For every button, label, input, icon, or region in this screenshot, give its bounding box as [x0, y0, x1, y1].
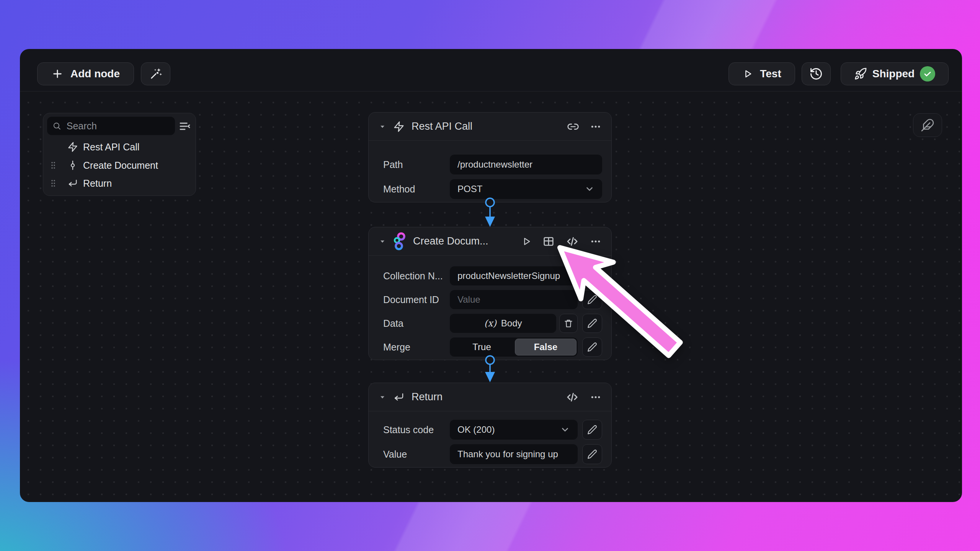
chevron-down-icon — [560, 425, 570, 435]
collection-name-input[interactable]: productNewsletterSignup — [450, 266, 578, 285]
pencil-icon — [587, 271, 597, 281]
node-create-document[interactable]: Create Docum... Collection N... productN… — [368, 227, 612, 360]
field-label: Document ID — [383, 290, 439, 309]
history-icon — [809, 67, 823, 81]
toggle-option-true[interactable]: True — [450, 337, 514, 357]
document-id-input[interactable]: Value — [450, 290, 578, 309]
test-label: Test — [760, 68, 781, 80]
field-label: Merge — [383, 337, 410, 357]
edit-button[interactable] — [582, 290, 602, 309]
workflow-editor-panel: Add node Test Shipped — [20, 49, 962, 502]
merge-toggle: True False — [450, 337, 578, 357]
more-icon[interactable] — [590, 121, 601, 132]
play-icon[interactable] — [521, 236, 532, 247]
chevron-down-icon — [585, 184, 595, 194]
table-icon[interactable] — [542, 235, 555, 248]
pencil-icon — [587, 318, 597, 328]
shipped-button[interactable]: Shipped — [841, 62, 949, 85]
field-label: Data — [383, 314, 403, 333]
status-code-select[interactable]: OK (200) — [450, 420, 578, 440]
pencil-icon — [587, 449, 597, 459]
code-icon[interactable] — [565, 390, 579, 404]
drag-handle-icon[interactable] — [50, 179, 56, 188]
magic-wand-icon — [149, 67, 162, 80]
code-icon[interactable] — [565, 235, 579, 248]
variable-prefix: (x) — [484, 318, 497, 329]
more-icon[interactable] — [590, 391, 601, 403]
field-label: Method — [383, 179, 415, 199]
buildship-logo — [393, 232, 406, 251]
magic-wand-button[interactable] — [141, 62, 170, 85]
add-node-button[interactable]: Add node — [37, 62, 134, 85]
pencil-icon — [587, 295, 597, 305]
zap-icon — [67, 142, 78, 152]
library-item-rest-api-call[interactable]: Rest API Call — [43, 138, 196, 156]
method-select[interactable]: POST — [450, 179, 602, 199]
edit-button[interactable] — [582, 420, 602, 440]
edit-button[interactable] — [582, 337, 602, 357]
library-item-label: Create Document — [83, 160, 158, 171]
node-title: Create Docum... — [413, 235, 488, 247]
node-rest-api-call[interactable]: Rest API Call Path /productnewsletter Me… — [368, 112, 612, 202]
edit-button[interactable] — [582, 266, 602, 285]
add-node-label: Add node — [70, 68, 120, 80]
library-item-label: Return — [83, 178, 112, 189]
library-item-label: Rest API Call — [83, 142, 139, 153]
trash-icon — [564, 318, 573, 328]
chevron-down-icon[interactable] — [379, 393, 386, 401]
history-button[interactable] — [802, 62, 831, 85]
search-input[interactable] — [66, 120, 170, 132]
library-item-create-document[interactable]: Create Document — [43, 156, 196, 174]
feather-icon — [921, 118, 934, 132]
library-item-return[interactable]: Return — [43, 174, 196, 192]
field-label: Value — [383, 444, 407, 464]
play-icon — [742, 68, 753, 79]
delete-button[interactable] — [559, 314, 578, 333]
node-header: Create Docum... — [369, 227, 611, 256]
node-title: Return — [412, 391, 443, 403]
commit-icon — [67, 160, 78, 171]
search-icon — [52, 121, 61, 131]
page: { "toolbar": { "add_node_label": "Add no… — [0, 0, 980, 551]
search-box — [47, 117, 175, 135]
shipped-label: Shipped — [872, 68, 915, 80]
chevron-down-icon[interactable] — [379, 123, 386, 130]
toggle-option-false[interactable]: False — [515, 339, 577, 355]
drag-handle-icon[interactable] — [50, 161, 56, 170]
collapse-panel-icon[interactable] — [179, 120, 191, 132]
test-button[interactable]: Test — [728, 62, 795, 85]
node-title: Rest API Call — [412, 121, 472, 132]
node-header: Rest API Call — [369, 112, 611, 141]
field-label: Path — [383, 155, 403, 174]
edit-button[interactable] — [582, 314, 602, 333]
edit-button[interactable] — [582, 444, 602, 464]
node-library-panel: Rest API Call Create Document Return — [43, 113, 196, 196]
path-input[interactable]: /productnewsletter — [450, 155, 602, 174]
chevron-down-icon[interactable] — [379, 238, 386, 245]
placeholder-text: Value — [457, 294, 480, 305]
rocket-icon — [854, 67, 867, 80]
pencil-icon — [587, 342, 597, 352]
zap-icon — [393, 121, 405, 132]
annotate-button[interactable] — [913, 113, 942, 137]
node-return[interactable]: Return Status code OK (200) Value Thank … — [368, 383, 612, 468]
return-icon — [67, 178, 78, 189]
field-label: Collection N... — [383, 266, 443, 285]
toolbar-divider — [20, 91, 962, 91]
return-icon — [393, 391, 405, 403]
pencil-icon — [587, 425, 597, 435]
value-input[interactable]: Thank you for signing up — [450, 444, 578, 464]
link-icon[interactable] — [567, 121, 579, 133]
data-variable-chip[interactable]: (x) Body — [450, 314, 556, 333]
field-label: Status code — [383, 420, 434, 440]
node-header: Return — [369, 383, 611, 411]
plus-icon — [51, 68, 64, 80]
check-circle-icon — [920, 66, 935, 82]
more-icon[interactable] — [590, 236, 601, 247]
